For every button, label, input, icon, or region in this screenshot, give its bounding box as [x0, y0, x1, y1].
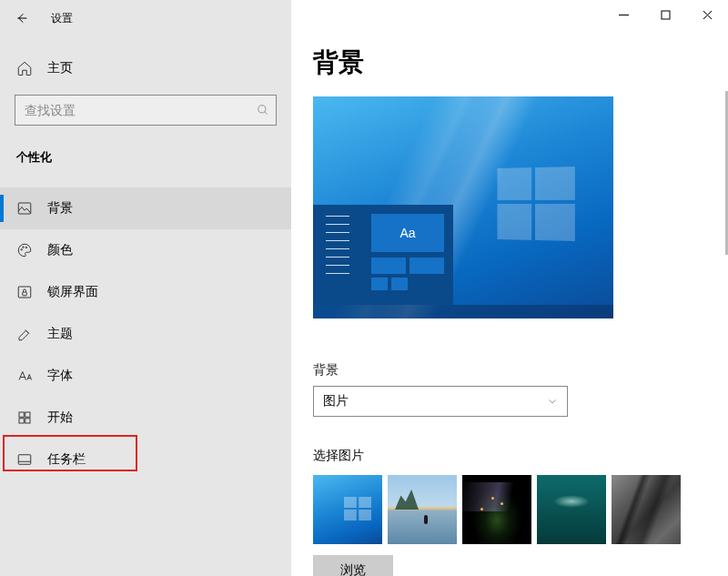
titlebar-left: 设置 — [0, 0, 291, 36]
image-icon — [16, 200, 33, 217]
svg-rect-8 — [25, 412, 30, 417]
content: 背景 Aa 背景 图片 选择图片 — [291, 0, 728, 576]
svg-point-0 — [258, 106, 266, 113]
picture-thumb-2[interactable] — [388, 475, 457, 544]
sidebar-item-background[interactable]: 背景 — [0, 187, 291, 229]
svg-point-4 — [25, 247, 27, 248]
picture-thumb-4[interactable] — [537, 475, 606, 544]
svg-rect-10 — [25, 419, 30, 423]
search-input[interactable] — [15, 103, 250, 117]
desktop-preview: Aa — [313, 96, 613, 318]
windows-logo-icon — [497, 167, 576, 241]
palette-icon — [16, 242, 33, 258]
search-icon — [250, 104, 276, 116]
background-type-dropdown[interactable]: 图片 — [313, 386, 568, 417]
theme-icon — [16, 326, 33, 342]
minimize-icon — [619, 10, 629, 20]
sidebar-item-label: 开始 — [47, 409, 73, 426]
sidebar-item-label: 任务栏 — [47, 451, 86, 468]
taskbar-icon — [16, 451, 33, 468]
maximize-button[interactable] — [644, 0, 686, 29]
main: 背景 Aa 背景 图片 选择图片 — [291, 0, 728, 576]
sidebar-item-label: 锁屏界面 — [47, 284, 98, 300]
back-button[interactable] — [11, 7, 33, 29]
sidebar-item-colors[interactable]: 颜色 — [0, 229, 291, 271]
sidebar: 设置 主页 个性化 背景 颜色 锁屏界面 主题 字体 — [0, 0, 291, 576]
svg-rect-9 — [19, 419, 24, 423]
background-field-label: 背景 — [313, 362, 728, 379]
preview-sample-tile: Aa — [371, 214, 444, 252]
arrow-left-icon — [15, 11, 29, 25]
sidebar-section-label: 个性化 — [0, 129, 291, 175]
sidebar-home-label: 主页 — [47, 60, 73, 76]
sidebar-item-themes[interactable]: 主题 — [0, 313, 291, 355]
window-controls — [602, 0, 728, 29]
svg-point-2 — [21, 249, 23, 251]
sidebar-item-start[interactable]: 开始 — [0, 397, 291, 439]
search-box[interactable] — [15, 95, 277, 126]
maximize-icon — [661, 10, 671, 20]
sidebar-item-fonts[interactable]: 字体 — [0, 355, 291, 397]
app-title: 设置 — [51, 11, 73, 26]
chevron-down-icon — [547, 396, 558, 407]
browse-button[interactable]: 浏览 — [313, 555, 393, 576]
picture-thumbnails — [313, 475, 728, 544]
sidebar-item-label: 字体 — [47, 368, 73, 384]
picture-thumb-5[interactable] — [612, 475, 681, 544]
picture-thumb-1[interactable] — [313, 475, 382, 544]
sidebar-item-label: 颜色 — [47, 242, 73, 258]
dropdown-value: 图片 — [323, 393, 349, 409]
sidebar-item-label: 主题 — [47, 326, 73, 342]
preview-start-menu: Aa — [313, 205, 453, 305]
lockscreen-icon — [16, 284, 33, 300]
svg-rect-6 — [23, 292, 27, 296]
sidebar-item-taskbar[interactable]: 任务栏 — [0, 439, 291, 480]
sidebar-nav: 背景 颜色 锁屏界面 主题 字体 开始 任务栏 — [0, 187, 291, 480]
close-button[interactable] — [686, 0, 728, 29]
svg-rect-14 — [662, 11, 670, 19]
picture-thumb-3[interactable] — [462, 475, 531, 544]
start-icon — [16, 409, 33, 426]
svg-rect-7 — [19, 412, 24, 417]
svg-rect-11 — [18, 455, 31, 465]
preview-taskbar — [313, 305, 613, 318]
sidebar-item-lockscreen[interactable]: 锁屏界面 — [0, 271, 291, 313]
home-icon — [16, 60, 33, 76]
sidebar-item-label: 背景 — [47, 200, 73, 217]
close-icon — [703, 10, 713, 20]
minimize-button[interactable] — [602, 0, 644, 29]
page-title: 背景 — [313, 45, 728, 80]
font-icon — [16, 368, 33, 384]
choose-picture-label: 选择图片 — [313, 448, 728, 464]
sidebar-home[interactable]: 主页 — [0, 51, 291, 86]
svg-point-3 — [23, 247, 25, 248]
